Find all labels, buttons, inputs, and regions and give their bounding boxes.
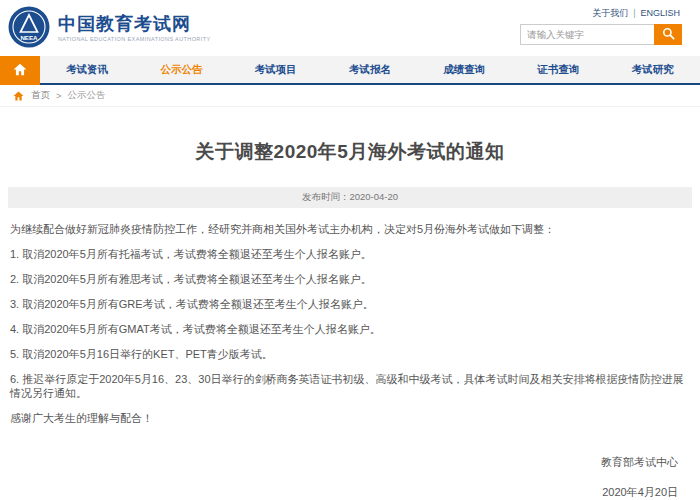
nav-item-exam-research[interactable]: 考试研究 (606, 56, 700, 83)
publish-time-bar: 发布时间：2020-04-20 (8, 187, 692, 208)
nav-item-exam-registration[interactable]: 考试报名 (323, 56, 417, 83)
signature-block: 教育部考试中心 2020年4月20日 (0, 455, 700, 500)
breadcrumb-current: 公示公告 (68, 89, 106, 102)
neea-logo-icon: NEEA (8, 6, 50, 48)
nav-item-announcements[interactable]: 公示公告 (134, 56, 228, 83)
svg-text:NEEA: NEEA (20, 34, 38, 41)
search-icon (662, 27, 675, 43)
search-input[interactable] (520, 24, 654, 45)
paragraph-item-4: 4. 取消2020年5月所有GMAT考试，考试费将全额退还至考生个人报名账户。 (10, 322, 688, 336)
search-box (520, 24, 682, 45)
nav-items: 考试资讯 公示公告 考试项目 考试报名 成绩查询 证书查询 考试研究 (40, 56, 700, 83)
search-button[interactable] (654, 24, 682, 45)
site-logo[interactable]: NEEA 中国教育考试网 NATIONAL EDUCATION EXAMINAT… (8, 6, 211, 48)
breadcrumb-home-link[interactable]: 首页 (31, 89, 50, 102)
breadcrumb-separator: > (56, 90, 62, 101)
paragraph-item-2: 2. 取消2020年5月所有雅思考试，考试费将全额退还至考生个人报名账户。 (10, 272, 688, 286)
paragraph-item-1: 1. 取消2020年5月所有托福考试，考试费将全额退还至考生个人报名账户。 (10, 247, 688, 261)
nav-item-exam-programs[interactable]: 考试项目 (229, 56, 323, 83)
nav-item-certificate-query[interactable]: 证书查询 (511, 56, 605, 83)
paragraph-item-3: 3. 取消2020年5月所有GRE考试，考试费将全额退还至考生个人报名账户。 (10, 297, 688, 311)
top-links: 关于我们|ENGLISH (592, 7, 680, 20)
breadcrumb: 首页 > 公示公告 (0, 85, 700, 107)
paragraph-item-5: 5. 取消2020年5月16日举行的KET、PET青少版考试。 (10, 347, 688, 361)
paragraph-thanks: 感谢广大考生的理解与配合！ (10, 411, 688, 425)
signature-date: 2020年4月20日 (0, 485, 678, 500)
about-us-link[interactable]: 关于我们 (592, 8, 628, 18)
publish-time: 发布时间：2020-04-20 (302, 191, 398, 204)
site-header: NEEA 中国教育考试网 NATIONAL EDUCATION EXAMINAT… (0, 0, 700, 56)
nav-item-exam-news[interactable]: 考试资讯 (40, 56, 134, 83)
article-body: 为继续配合做好新冠肺炎疫情防控工作，经研究并商相关国外考试主办机构，决定对5月份… (0, 208, 700, 425)
article: 关于调整2020年5月海外考试的通知 发布时间：2020-04-20 为继续配合… (0, 139, 700, 500)
article-title: 关于调整2020年5月海外考试的通知 (0, 139, 700, 165)
link-separator: | (633, 8, 635, 18)
paragraph-item-6: 6. 推迟举行原定于2020年5月16、23、30日举行的剑桥商务英语证书初级、… (10, 372, 688, 400)
nav-home-button[interactable] (0, 56, 40, 85)
signature-org: 教育部考试中心 (0, 455, 678, 470)
nav-item-score-query[interactable]: 成绩查询 (417, 56, 511, 83)
breadcrumb-home-icon (13, 91, 24, 101)
english-link[interactable]: ENGLISH (640, 8, 680, 18)
main-nav: 考试资讯 公示公告 考试项目 考试报名 成绩查询 证书查询 考试研究 (0, 56, 700, 85)
site-name: 中国教育考试网 (58, 13, 211, 35)
site-subtitle: NATIONAL EDUCATION EXAMINATIONS AUTHORIT… (58, 36, 211, 42)
home-icon (13, 62, 27, 80)
paragraph-intro: 为继续配合做好新冠肺炎疫情防控工作，经研究并商相关国外考试主办机构，决定对5月份… (10, 222, 688, 236)
